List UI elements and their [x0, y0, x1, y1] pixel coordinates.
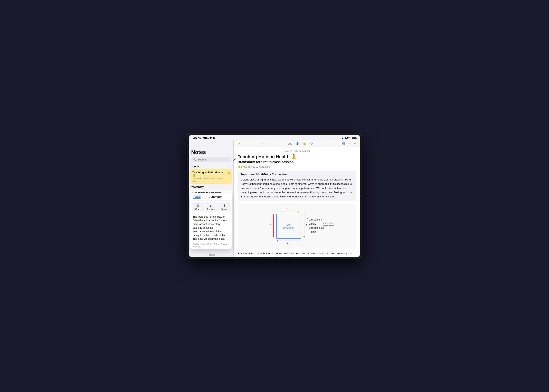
note-main-title: Teaching Holistic Health 🧘: [238, 154, 356, 160]
wifi-icon: ▲: [341, 137, 344, 139]
compose-button[interactable]: ✏: [353, 141, 357, 146]
search-bar[interactable]: 🔍 🎤: [191, 157, 231, 162]
svg-text:3: 3: [287, 241, 289, 244]
sidebar-toggle-button[interactable]: ⊞: [191, 142, 197, 148]
svg-text:Box: Box: [287, 223, 291, 226]
battery-icon: [352, 137, 356, 139]
sensor-dot-right: [276, 133, 278, 134]
note-editor: ↗ ··· Aa 👤 ⊞: [234, 140, 360, 257]
sidebar-footer: 7 Notes: [189, 252, 233, 257]
tag-kine: #kine210 #practicum: [247, 165, 272, 168]
share-toolbar-icon: ⬆: [336, 142, 338, 145]
svg-text:4 seconds each,: 4 seconds each,: [323, 222, 334, 224]
aa-icon: Aa: [289, 142, 292, 145]
front-camera: [360, 195, 361, 197]
back-arrow-icon: ↗: [238, 142, 240, 145]
summary-popup-header: ‹ Back Summary: [190, 193, 232, 201]
summary-note-preview: Friday 1 week Paris, 2 days Saint-Malo, …: [190, 242, 232, 249]
share-toolbar-button[interactable]: ⬆: [335, 141, 339, 146]
section-today: Today: [190, 164, 232, 169]
topic-box-body: Getting class assignments next week but …: [241, 178, 353, 199]
back-chevron-icon: ‹: [193, 195, 194, 198]
back-arrow-button[interactable]: ↗: [237, 141, 241, 146]
sensor-dot-left: [271, 133, 273, 134]
topic-box-title: Topic idea: Mind-Body Connection: [241, 173, 353, 176]
svg-text:2  Hold: 2 Hold: [309, 222, 316, 225]
editor-content[interactable]: June 10, 2024 at 3:44 PM Teaching Holist…: [234, 147, 360, 257]
contacts-button[interactable]: 👤: [295, 141, 300, 146]
share-icon: ⬆: [223, 203, 225, 207]
svg-text:1: 1: [287, 208, 289, 211]
more-icon: ···: [348, 142, 351, 145]
editor-toolbar: ↗ ··· Aa 👤 ⊞: [234, 140, 360, 147]
note-content: Teaching Holistic Health 🧘 3:44 PM Brain…: [192, 171, 227, 182]
toolbar-left: ↗: [237, 141, 241, 146]
svg-text:4: 4: [270, 224, 271, 227]
attachment-button[interactable]: 📎: [309, 141, 314, 146]
status-bar: 9:41 AM Mon Jun 10 ▲ 100%: [189, 135, 360, 140]
back-label: Back: [194, 195, 200, 198]
svg-marker-4: [298, 211, 299, 213]
find-icon: 🔠: [341, 142, 345, 145]
replace-label: Replace: [207, 208, 215, 210]
search-input[interactable]: [197, 158, 232, 161]
share-button[interactable]: ⬆ Share: [218, 202, 231, 211]
toolbar-center: Aa 👤 ⊞ 📎: [288, 141, 314, 146]
copy-button[interactable]: ⎘ Copy: [192, 202, 204, 211]
svg-marker-13: [273, 214, 274, 215]
copy-label: Copy: [195, 208, 201, 210]
sidebar-header: ⊞ ···: [189, 140, 233, 149]
note-thumbnail-icon: ≡: [228, 171, 230, 175]
svg-text:repeat 4 times: repeat 4 times: [323, 225, 334, 227]
note-title: Teaching Holistic Health 🧘: [192, 171, 227, 177]
svg-text:Breathing: Breathing: [283, 226, 295, 230]
more-toolbar-button[interactable]: ···: [348, 141, 351, 146]
topic-box: Topic idea: Mind-Body Connection Getting…: [238, 171, 356, 201]
table-icon: ⊞: [303, 142, 306, 145]
search-icon: 🔍: [193, 158, 196, 161]
svg-marker-10: [276, 240, 278, 242]
contacts-icon: 👤: [296, 142, 299, 145]
note-body: Box breathing is a technique used to cen…: [238, 252, 356, 257]
text-format-button[interactable]: Aa: [288, 141, 292, 146]
toolbar-dots: ···: [262, 141, 266, 146]
compose-icon: ✏: [354, 142, 356, 145]
summary-popup: ‹ Back Summary ⎘ Copy ⇄ Replace: [190, 193, 232, 249]
svg-text:4  Hold: 4 Hold: [309, 231, 316, 233]
summary-back-button[interactable]: ‹ Back: [193, 195, 201, 199]
time-display: 9:41 AM: [193, 137, 201, 139]
ipad-frame: 9:41 AM Mon Jun 10 ▲ 100% ⊞ ·: [187, 133, 362, 259]
sidebar-icon: ⊞: [193, 143, 196, 147]
note-date: June 10, 2024 at 3:44 PM: [238, 150, 356, 153]
main-content: ⊞ ··· Notes 🔍 🎤 Today: [189, 140, 360, 257]
date-display: Mon Jun 10: [203, 137, 216, 139]
summary-text: The topic idea for the class is "Mind-Bo…: [190, 213, 232, 242]
toolbar-right: ⬆ 🔠 ··· ✏: [335, 141, 357, 146]
battery-fill: [352, 137, 356, 139]
tag-school: #school: [238, 165, 247, 168]
top-sensors: [271, 133, 278, 134]
breathing-svg: Box Breathing 1 2: [260, 206, 334, 247]
svg-rect-0: [276, 214, 301, 238]
svg-text:3  Breathe out: 3 Breathe out: [309, 226, 324, 229]
note-item-teaching[interactable]: Teaching Holistic Health 🧘 3:44 PM Brain…: [190, 169, 232, 184]
microphone-icon: 🎤: [233, 158, 236, 161]
copy-icon: ⎘: [197, 203, 199, 207]
replace-button[interactable]: ⇄ Replace: [205, 202, 217, 211]
more-options-button[interactable]: ···: [225, 142, 231, 148]
find-button[interactable]: 🔠: [341, 141, 345, 146]
table-button[interactable]: ⊞: [303, 141, 306, 146]
paperclip-icon: 📎: [310, 142, 313, 145]
status-left: 9:41 AM Mon Jun 10: [193, 137, 215, 139]
status-right: ▲ 100%: [341, 137, 356, 139]
sidebar: ⊞ ··· Notes 🔍 🎤 Today: [189, 140, 234, 257]
battery-percent: 100%: [345, 137, 351, 139]
notes-title: Notes: [189, 149, 233, 157]
share-label: Share: [221, 208, 227, 210]
svg-marker-7: [303, 236, 305, 238]
note-meta: 3:44 PM Brainstorm for first in-cla...: [192, 177, 227, 182]
breathing-diagram: Box Breathing 1 2: [238, 203, 356, 249]
ellipsis-icon: ···: [227, 143, 229, 147]
svg-text:1  Breathe in: 1 Breathe in: [309, 218, 323, 221]
replace-icon: ⇄: [210, 203, 212, 207]
